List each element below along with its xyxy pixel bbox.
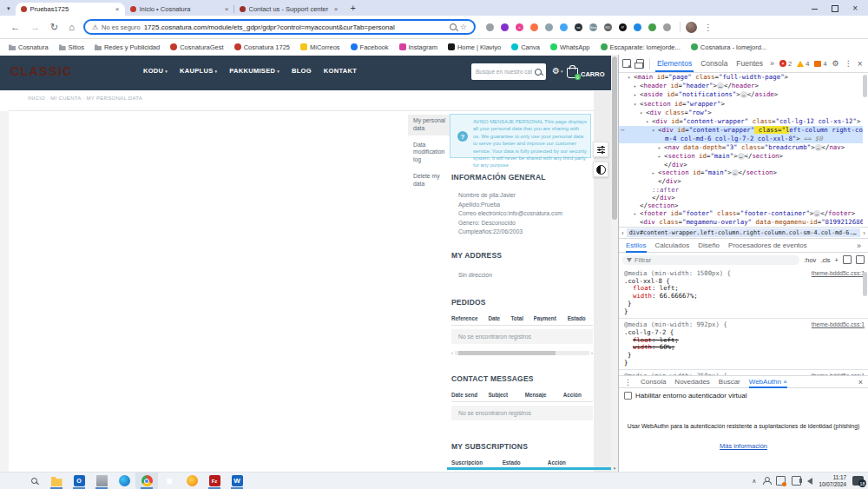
- css-property[interactable]: width: 66.66667%;: [624, 293, 865, 301]
- filter-settings-button[interactable]: [593, 142, 608, 157]
- expand-closed-icon[interactable]: ▸: [658, 144, 664, 152]
- site-nav-item[interactable]: KODU▾: [143, 67, 168, 75]
- dom-tree-node[interactable]: m-4 col-md-6 col-lg-7-2 col-xxl-8"> == $…: [619, 135, 863, 142]
- maximize-icon[interactable]: [832, 5, 838, 12]
- site-nav-item[interactable]: KAUPLUS▾: [180, 67, 217, 75]
- taskbar-word-icon[interactable]: W: [226, 472, 248, 489]
- bookmark-item[interactable]: Canva: [511, 43, 540, 51]
- stylesheet-source-link[interactable]: theme-bddd5c.css:1: [812, 321, 865, 329]
- dom-tree-node[interactable]: ▸<nav data-depth="3" class="breadcrumb">…: [619, 143, 863, 152]
- drawer-tab-buscar[interactable]: Buscar: [719, 375, 740, 388]
- taskbar-notes-icon[interactable]: [90, 472, 113, 489]
- taskbar-outlook-icon[interactable]: O: [68, 472, 90, 489]
- bookmark-item[interactable]: Redes y Publicidad: [95, 43, 160, 51]
- property-name[interactable]: float: [633, 284, 652, 292]
- dom-tree-node[interactable]: <div class="megamenu-overlay" data-megam…: [619, 218, 863, 226]
- forward-icon[interactable]: →: [30, 22, 40, 32]
- bookmark-item[interactable]: Facebook: [351, 43, 389, 51]
- extension-icon[interactable]: [486, 23, 494, 31]
- drawer-close-icon[interactable]: ×: [858, 378, 863, 387]
- styles-tab-calculados[interactable]: Calculados: [655, 241, 690, 249]
- dom-tree-node[interactable]: ▸<header id="header">…</header>: [619, 82, 863, 90]
- drawer-tab-consola[interactable]: Consola: [641, 375, 666, 388]
- bookmark-star-icon[interactable]: ☆: [460, 23, 467, 31]
- extension-icon[interactable]: vo: [575, 23, 582, 31]
- window-close-icon[interactable]: ×: [852, 5, 858, 12]
- dom-tree-node[interactable]: ▸<aside id="notifications">…</aside>: [619, 90, 863, 99]
- dom-tree-scrollbar-thumb[interactable]: [863, 75, 867, 97]
- devtools-tab-consola[interactable]: Consola: [699, 55, 729, 72]
- dom-tree-node[interactable]: ▾<section id="wrapper">: [619, 100, 863, 109]
- sidebar-item[interactable]: Data modification log: [408, 139, 450, 167]
- error-badge[interactable]: ×2: [779, 60, 792, 68]
- extension-icon[interactable]: f7: [619, 23, 627, 31]
- styles-tab-diseño[interactable]: Diseño: [698, 241, 720, 249]
- expand-closed-icon[interactable]: ▸: [634, 83, 640, 90]
- drawer-tab-novedades[interactable]: Novedades: [674, 375, 709, 388]
- issues-badge[interactable]: 4: [814, 60, 826, 68]
- dom-tree-node[interactable]: ▸<section id="main">…</section>: [619, 152, 863, 161]
- scroll-down-icon[interactable]: ▾: [611, 466, 618, 471]
- styles-more-tabs-icon[interactable]: »: [857, 241, 861, 250]
- css-rule[interactable]: @media (min-width: 1500px) {theme-bddd5c…: [619, 268, 868, 319]
- devtools-menu-icon[interactable]: ⋮: [845, 59, 852, 68]
- taskbar-edge-icon[interactable]: [113, 472, 135, 489]
- devtools-tab-elementos[interactable]: Elementos: [655, 55, 694, 72]
- site-search-input[interactable]: Busque en nuestro cat: [471, 63, 546, 80]
- reload-icon[interactable]: ↻: [50, 22, 58, 33]
- bookmark-item[interactable]: MiCorreos: [300, 43, 340, 51]
- tray-expand-icon[interactable]: ∧: [752, 478, 756, 485]
- page-scrollbar-thumb[interactable]: [612, 56, 617, 220]
- address-bar[interactable]: ⚠ No es seguro 1725.cosnatura.com/module…: [83, 19, 476, 35]
- devtools-settings-icon[interactable]: ⚙: [832, 59, 839, 68]
- bookmark-item[interactable]: Instagram: [399, 43, 437, 51]
- taskbar-start-icon[interactable]: [0, 472, 23, 489]
- selected-element-crumb[interactable]: div#content-wrapper.left-column.right-co…: [627, 228, 861, 237]
- dom-tree-node[interactable]: ▸<footer id="footer" class="footer-conta…: [619, 209, 863, 218]
- dom-tree-node[interactable]: </section>: [619, 202, 863, 209]
- site-settings-button[interactable]: ⚙▾: [552, 66, 562, 76]
- styles-filter-input[interactable]: Filtrar: [622, 255, 799, 265]
- computed-sidebar-icon[interactable]: [843, 255, 852, 264]
- css-property[interactable]: width: 60%;: [624, 344, 865, 352]
- taskbar-explorer-icon[interactable]: [45, 472, 68, 489]
- property-value[interactable]: left: [660, 336, 675, 344]
- home-icon[interactable]: ⌂: [69, 22, 75, 32]
- property-name[interactable]: width: [633, 343, 652, 351]
- expand-closed-icon[interactable]: ▸: [634, 91, 640, 99]
- webauthn-checkbox[interactable]: [624, 392, 632, 400]
- scroll-thumb[interactable]: [458, 351, 556, 355]
- minimize-icon[interactable]: [812, 9, 818, 10]
- url-text[interactable]: 1725.cosnatura.com/module/ets_gdpr/gdpr?…: [144, 23, 446, 31]
- scroll-right-icon[interactable]: ›: [591, 350, 593, 356]
- stylesheet-source-link[interactable]: theme-bddd5c.css:1: [812, 270, 865, 278]
- warning-badge[interactable]: 4: [797, 60, 809, 68]
- tab-close-icon[interactable]: ×: [334, 5, 339, 13]
- taskbar-filezilla-icon[interactable]: Fz: [203, 472, 226, 489]
- expand-closed-icon[interactable]: ▸: [634, 210, 640, 218]
- extension-icon[interactable]: [634, 23, 641, 31]
- tab-close-icon[interactable]: ×: [115, 5, 120, 13]
- search-icon[interactable]: [450, 23, 457, 30]
- drawer-tab-close-icon[interactable]: ×: [781, 378, 787, 386]
- back-icon[interactable]: ←: [10, 22, 20, 32]
- browser-tab[interactable]: Inicio • Cosnatura×: [125, 3, 234, 16]
- taskbar-calculator-icon[interactable]: ▦: [158, 472, 181, 489]
- dom-tree-node[interactable]: </div>: [619, 161, 863, 169]
- tray-people-icon[interactable]: [762, 477, 770, 485]
- devtools-tab-fuentes[interactable]: Fuentes: [734, 55, 765, 72]
- breadcrumb[interactable]: INICIO · MI CUENTA · MY PERSONAL DATA: [28, 96, 142, 101]
- extension-icon[interactable]: New: [589, 23, 597, 31]
- bookmark-item[interactable]: Cosnatura - lomejord...: [691, 43, 766, 51]
- expand-open-icon[interactable]: ▾: [646, 118, 652, 126]
- toggle-classes-button[interactable]: .cls: [820, 256, 830, 264]
- taskbar-chrome-icon[interactable]: [135, 472, 158, 489]
- bookmark-item[interactable]: Home | Klaviyo: [448, 43, 501, 51]
- drawer-tab-webauthn[interactable]: WebAuthn ×: [749, 375, 787, 388]
- layout-sidebar-icon[interactable]: [856, 255, 865, 264]
- tab-search-chevron-icon[interactable]: ▾: [7, 5, 10, 12]
- tray-volume-icon[interactable]: [807, 478, 812, 485]
- dom-tree-node[interactable]: ▸<section id="main">…</section>: [619, 169, 863, 177]
- dom-tree-node[interactable]: ⋯▾<div id="content-wrapper" class="left-…: [619, 126, 863, 135]
- new-tab-button[interactable]: +: [351, 3, 356, 13]
